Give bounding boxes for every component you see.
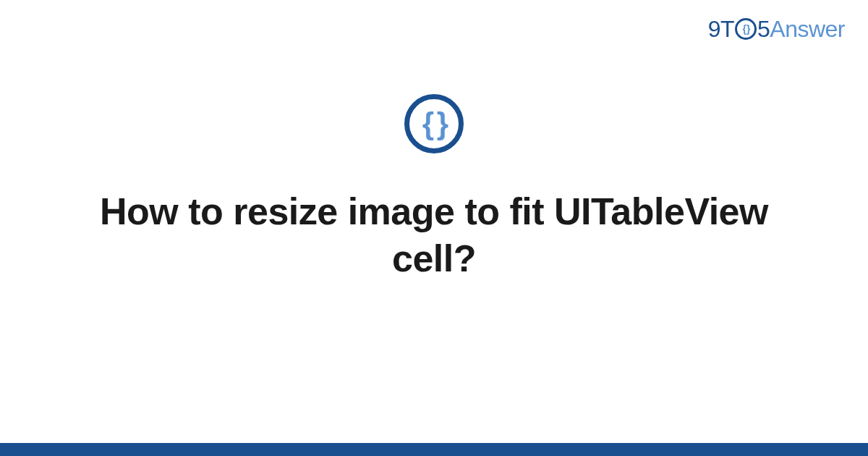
question-title: How to resize image to fit UITableView c… <box>72 188 796 282</box>
logo-text-9t: 9T <box>708 16 734 43</box>
logo-text-answer: Answer <box>770 16 845 43</box>
logo-braces-glyph: { } <box>743 24 749 34</box>
site-logo: 9T { } 5 Answer <box>708 16 845 43</box>
main-content: { } How to resize image to fit UITableVi… <box>0 94 868 282</box>
code-braces-icon: { } <box>422 109 446 139</box>
logo-text-5: 5 <box>757 16 770 43</box>
footer-bar <box>0 443 868 456</box>
category-icon-circle: { } <box>404 94 464 153</box>
logo-circle-icon: { } <box>735 18 757 40</box>
